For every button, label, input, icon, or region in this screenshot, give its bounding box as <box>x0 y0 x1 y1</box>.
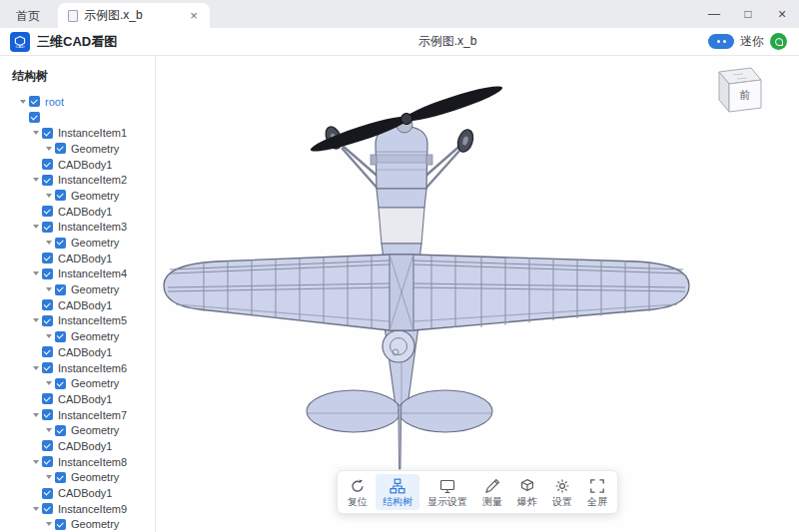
tree-row[interactable]: Geometry <box>0 470 155 486</box>
tree-node-label[interactable]: CADBody1 <box>58 206 112 218</box>
checkbox-checked[interactable] <box>55 190 66 201</box>
tree-row[interactable]: Geometry <box>0 141 155 157</box>
caret-down-icon[interactable] <box>29 460 42 464</box>
checkbox-checked[interactable] <box>42 175 53 186</box>
tree-node-label[interactable]: CADBody1 <box>58 299 112 311</box>
customer-service-icon[interactable] <box>770 33 787 50</box>
toolbar-item-reset[interactable]: 复位 <box>341 474 375 510</box>
checkbox-checked[interactable] <box>55 238 66 249</box>
checkbox-checked[interactable] <box>29 112 40 123</box>
tab-close-icon[interactable]: × <box>186 8 202 24</box>
toolbar-item-display-settings[interactable]: 显示设置 <box>420 474 474 510</box>
caret-down-icon[interactable] <box>29 225 42 229</box>
tree-node-label[interactable]: CADBody1 <box>58 440 112 452</box>
tree-row[interactable]: InstanceItem2 <box>0 172 155 188</box>
checkbox-checked[interactable] <box>55 519 66 530</box>
tree-row[interactable]: InstanceItem6 <box>0 360 155 376</box>
checkbox-checked[interactable] <box>42 346 53 357</box>
caret-down-icon[interactable] <box>42 428 55 432</box>
tree-node-label[interactable]: Geometry <box>71 237 119 249</box>
maximize-button[interactable]: □ <box>731 0 765 28</box>
tree-node-label[interactable]: Geometry <box>71 190 119 202</box>
caret-down-icon[interactable] <box>29 271 42 275</box>
tree-row[interactable]: CADBody1 <box>0 297 155 313</box>
checkbox-checked[interactable] <box>42 315 53 326</box>
tree-row[interactable]: CADBody1 <box>0 251 155 266</box>
tree-row[interactable]: Geometry <box>0 281 155 297</box>
tree-row[interactable]: CADBody1 <box>0 344 155 360</box>
caret-down-icon[interactable] <box>42 522 55 526</box>
caret-down-icon[interactable] <box>29 131 42 135</box>
tree-row[interactable]: CADBody1 <box>0 485 155 501</box>
tree-row[interactable]: InstanceItem1 <box>0 125 155 141</box>
tree-row[interactable]: Geometry <box>0 188 155 204</box>
checkbox-checked[interactable] <box>42 503 53 514</box>
tree-node-label[interactable]: Geometry <box>71 143 119 155</box>
checkbox-checked[interactable] <box>42 393 53 404</box>
checkbox-checked[interactable] <box>29 96 40 107</box>
checkbox-checked[interactable] <box>42 456 53 467</box>
caret-down-icon[interactable] <box>29 318 42 322</box>
caret-down-icon[interactable] <box>42 287 55 291</box>
close-button[interactable]: × <box>765 0 799 28</box>
toolbar-item-fullscreen[interactable]: 全屏 <box>580 474 614 510</box>
tree-node-label[interactable]: InstanceItem1 <box>58 127 127 139</box>
checkbox-checked[interactable] <box>42 299 53 310</box>
tree-row[interactable]: InstanceItem5 <box>0 313 155 329</box>
tree-row[interactable]: InstanceItem3 <box>0 220 155 236</box>
toolbar-item-structure-tree[interactable]: 结构树 <box>376 474 419 510</box>
checkbox-checked[interactable] <box>55 284 66 295</box>
tree-row[interactable] <box>0 110 155 126</box>
checkbox-checked[interactable] <box>42 488 53 499</box>
tree-node-label[interactable]: InstanceItem6 <box>58 362 127 374</box>
checkbox-checked[interactable] <box>55 331 66 342</box>
toolbar-item-settings[interactable]: 设置 <box>545 474 579 510</box>
toolbar-item-explode[interactable]: 爆炸 <box>510 474 544 510</box>
checkbox-checked[interactable] <box>55 425 66 436</box>
tree-row[interactable]: Geometry <box>0 517 155 532</box>
checkbox-checked[interactable] <box>42 206 53 217</box>
view-cube[interactable]: 前 <box>705 60 771 120</box>
caret-down-icon[interactable] <box>42 194 55 198</box>
tree-node-label[interactable]: CADBody1 <box>58 393 112 405</box>
tree-row[interactable]: root <box>0 94 155 110</box>
tree-node-label[interactable]: CADBody1 <box>58 159 112 171</box>
checkbox-checked[interactable] <box>42 222 53 233</box>
checkbox-checked[interactable] <box>42 268 53 279</box>
viewport-3d[interactable]: 前 复位 结构树 显示设置 测量 爆炸 设置 全屏 <box>156 56 799 532</box>
checkbox-checked[interactable] <box>55 378 66 389</box>
checkbox-checked[interactable] <box>42 409 53 420</box>
tree-node-label[interactable]: InstanceItem5 <box>58 314 127 326</box>
tree-node-label[interactable]: Geometry <box>71 424 119 436</box>
tree-row[interactable]: CADBody1 <box>0 157 155 173</box>
tree-node-label[interactable]: root <box>45 96 64 108</box>
tree-row[interactable]: InstanceItem7 <box>0 407 155 423</box>
checkbox-checked[interactable] <box>42 440 53 451</box>
mini-mode-label[interactable]: 迷你 <box>740 33 764 50</box>
tree-node-label[interactable]: Geometry <box>71 377 119 389</box>
mini-mode-icon[interactable] <box>708 34 734 49</box>
checkbox-checked[interactable] <box>42 253 53 264</box>
tree-row[interactable]: InstanceItem9 <box>0 501 155 517</box>
tree-node-label[interactable]: InstanceItem3 <box>58 221 127 233</box>
tree-row[interactable]: InstanceItem4 <box>0 266 155 282</box>
checkbox-checked[interactable] <box>42 362 53 373</box>
tree-node-label[interactable]: Geometry <box>71 471 119 483</box>
tree-node-label[interactable]: Geometry <box>71 330 119 342</box>
tree-node-label[interactable]: CADBody1 <box>58 253 112 265</box>
tree-row[interactable]: CADBody1 <box>0 438 155 454</box>
caret-down-icon[interactable] <box>29 178 42 182</box>
tree-node-label[interactable]: Geometry <box>71 283 119 295</box>
tree-node-label[interactable]: Geometry <box>71 518 119 530</box>
tree-node-label[interactable]: InstanceItem7 <box>58 409 127 421</box>
tree-row[interactable]: Geometry <box>0 328 155 344</box>
tree-row[interactable]: InstanceItem8 <box>0 454 155 470</box>
caret-down-icon[interactable] <box>29 413 42 417</box>
caret-down-icon[interactable] <box>42 147 55 151</box>
tree-node-label[interactable]: InstanceItem2 <box>58 174 127 186</box>
tree-node-label[interactable]: InstanceItem8 <box>58 456 127 468</box>
tree-row[interactable]: Geometry <box>0 375 155 391</box>
caret-down-icon[interactable] <box>42 334 55 338</box>
tree-node-label[interactable]: CADBody1 <box>58 487 112 499</box>
tree-node-label[interactable]: InstanceItem9 <box>58 503 127 515</box>
